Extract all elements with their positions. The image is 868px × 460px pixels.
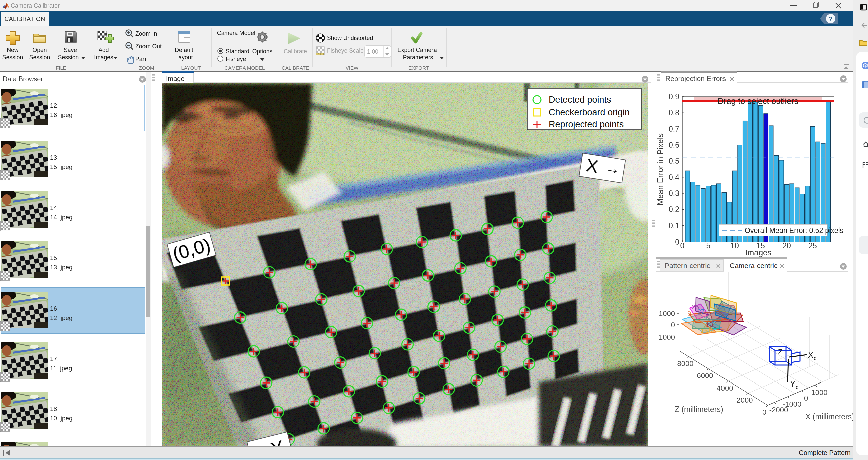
- svg-text:0: 0: [762, 408, 766, 416]
- svg-text:X: X: [808, 350, 813, 360]
- svg-text:c: c: [814, 355, 816, 362]
- svg-text:1000: 1000: [811, 388, 828, 397]
- svg-text:25: 25: [808, 241, 817, 250]
- svg-text:0.9: 0.9: [669, 92, 679, 101]
- svg-text:Session: Session: [29, 54, 50, 61]
- svg-text:Detected points: Detected points: [549, 94, 611, 105]
- svg-text:9: 9: [687, 310, 691, 317]
- svg-text:1.00: 1.00: [367, 49, 378, 55]
- svg-text:FILE: FILE: [56, 65, 66, 71]
- svg-text:16: 16: [705, 326, 712, 334]
- svg-text:Mean Error in Pixels: Mean Error in Pixels: [656, 133, 665, 205]
- svg-text:Checkerboard origin: Checkerboard origin: [549, 107, 630, 117]
- svg-text:Zoom Out: Zoom Out: [135, 43, 161, 50]
- svg-text:Default: Default: [175, 47, 193, 53]
- svg-text:5: 5: [707, 241, 711, 250]
- svg-text:0.4: 0.4: [669, 173, 679, 182]
- svg-text:Session: Session: [2, 54, 23, 61]
- svg-text:Images: Images: [94, 54, 114, 61]
- svg-text:LAYOUT: LAYOUT: [181, 65, 201, 71]
- svg-text:6000: 6000: [697, 372, 713, 380]
- svg-text:0: 0: [675, 237, 679, 246]
- svg-text:0.8: 0.8: [669, 108, 679, 117]
- svg-text:0.7: 0.7: [669, 124, 679, 133]
- svg-text:Y: Y: [790, 379, 795, 388]
- svg-text:Session: Session: [58, 54, 79, 61]
- svg-text:?: ?: [829, 15, 833, 23]
- svg-text:Add: Add: [98, 47, 109, 53]
- svg-text:10: 10: [730, 241, 739, 250]
- svg-text:Camera Model:: Camera Model:: [217, 30, 257, 36]
- svg-text:Open: Open: [33, 47, 47, 53]
- svg-text:Pan: Pan: [135, 56, 146, 62]
- svg-text:Layout: Layout: [175, 54, 193, 61]
- svg-text:Fisheye: Fisheye: [226, 56, 246, 62]
- svg-text:0.5: 0.5: [669, 157, 679, 165]
- svg-text:Export Camera: Export Camera: [398, 47, 437, 53]
- svg-text:Calibrate: Calibrate: [284, 48, 307, 55]
- svg-text:Fisheye Scale: Fisheye Scale: [327, 48, 364, 54]
- svg-text:→: →: [604, 159, 621, 177]
- svg-text:Z (millimeters): Z (millimeters): [675, 405, 723, 413]
- svg-text:EXPORT: EXPORT: [408, 65, 429, 71]
- svg-text:New: New: [7, 47, 18, 53]
- svg-text:Parameters: Parameters: [403, 54, 434, 61]
- svg-text:Z: Z: [778, 348, 782, 356]
- svg-text:-1000: -1000: [782, 400, 801, 408]
- svg-text:Reprojected points: Reprojected points: [549, 119, 624, 129]
- svg-text:27: 27: [698, 308, 705, 315]
- svg-text:-1000: -1000: [656, 309, 675, 318]
- svg-text:Save: Save: [64, 47, 77, 53]
- svg-text:CAMERA MODEL: CAMERA MODEL: [225, 65, 265, 71]
- svg-text:0.2: 0.2: [669, 205, 679, 214]
- svg-text:Overall Mean Error: 0.52 pixel: Overall Mean Error: 0.52 pixels: [745, 227, 843, 234]
- svg-text:8000: 8000: [677, 360, 694, 368]
- svg-text:Options: Options: [252, 48, 273, 55]
- svg-text:0: 0: [671, 321, 675, 329]
- svg-text:0.1: 0.1: [669, 222, 679, 230]
- svg-text:c: c: [796, 384, 799, 390]
- svg-text:Images: Images: [745, 248, 772, 257]
- svg-text:X (millimeters): X (millimeters): [805, 412, 853, 421]
- svg-text:2000: 2000: [737, 396, 753, 404]
- svg-text:VIEW: VIEW: [346, 65, 359, 71]
- svg-text:Zoom In: Zoom In: [135, 30, 157, 37]
- svg-text:0.3: 0.3: [669, 189, 679, 198]
- svg-text:Standard: Standard: [226, 48, 249, 55]
- svg-text:0: 0: [680, 241, 685, 250]
- svg-text:20: 20: [782, 241, 791, 250]
- svg-text:4000: 4000: [717, 384, 733, 392]
- svg-text:0.6: 0.6: [669, 141, 679, 149]
- svg-text:0: 0: [804, 394, 808, 402]
- svg-text:Show Undistorted: Show Undistorted: [327, 35, 373, 41]
- svg-text:Drag to select outliers: Drag to select outliers: [717, 96, 798, 106]
- svg-text:1000: 1000: [659, 333, 675, 341]
- svg-text:ZOOM: ZOOM: [139, 65, 154, 71]
- svg-text:CALIBRATE: CALIBRATE: [282, 65, 309, 71]
